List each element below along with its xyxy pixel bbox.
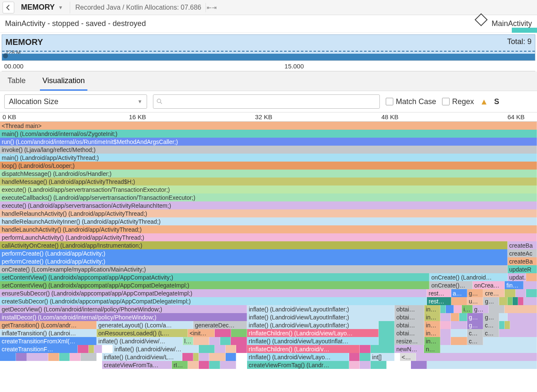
flame-cell[interactable]: updateR: [508, 265, 537, 273]
flame-cell[interactable]: [360, 353, 371, 361]
tab-visualization[interactable]: Visualization: [40, 73, 87, 91]
flame-cell[interactable]: g…: [483, 297, 499, 305]
flame-cell[interactable]: <init…: [188, 329, 215, 337]
flame-cell[interactable]: a…: [451, 289, 467, 297]
flame-cell[interactable]: [193, 337, 209, 345]
flame-cell[interactable]: [379, 321, 395, 329]
flame-cell[interactable]: generateLayout() (Lcom/a…: [97, 321, 193, 329]
flame-cell[interactable]: [379, 337, 395, 345]
flame-cell[interactable]: [215, 329, 231, 337]
flame-cell[interactable]: l…: [183, 337, 194, 345]
flame-cell[interactable]: [379, 329, 395, 337]
flame-cell[interactable]: onCreate() (Landroid…: [429, 273, 507, 281]
flame-cell[interactable]: [209, 361, 220, 369]
flame-cell[interactable]: installDecor() (Lcom/android/internal/po…: [0, 313, 247, 321]
flame-cell[interactable]: createViewFromTag() (Landr…: [247, 361, 349, 369]
flame-cell[interactable]: [451, 337, 467, 345]
flame-cell[interactable]: [48, 353, 59, 361]
flame-cell[interactable]: main() (Lcom/android/internal/os/ZygoteI…: [0, 130, 537, 138]
flame-cell[interactable]: [451, 297, 467, 305]
flame-cell[interactable]: [440, 305, 446, 313]
flame-cell[interactable]: [427, 361, 537, 369]
flame-cell[interactable]: [360, 361, 371, 369]
flame-cell[interactable]: [215, 345, 226, 353]
flame-cell[interactable]: execute() (Landroid/app/servertransactio…: [0, 201, 537, 209]
flame-cell[interactable]: [526, 289, 537, 297]
flame-cell[interactable]: [199, 361, 210, 369]
tab-table[interactable]: Table: [5, 73, 28, 91]
flame-cell[interactable]: [416, 353, 537, 361]
flame-cell[interactable]: obtai…: [395, 305, 424, 313]
regex-checkbox[interactable]: Regex: [442, 97, 474, 106]
flame-cell[interactable]: [226, 345, 237, 353]
flame-cell[interactable]: [499, 321, 505, 329]
zoom-fit-button[interactable]: ⇤⇥: [205, 3, 215, 12]
flame-cell[interactable]: [360, 345, 371, 353]
flame-cell[interactable]: [483, 337, 537, 345]
flame-cell[interactable]: createTransitionF…: [0, 345, 78, 353]
flame-cell[interactable]: [27, 353, 48, 361]
flame-cell[interactable]: g…: [467, 289, 483, 297]
flame-cell[interactable]: in…: [424, 313, 440, 321]
flame-cell[interactable]: cre…: [483, 289, 505, 297]
flame-cell[interactable]: [440, 313, 451, 321]
flame-cell[interactable]: inflate() (Landroid/view/L…: [102, 353, 183, 361]
flame-cell[interactable]: [226, 353, 237, 361]
flame-cell[interactable]: fin…: [505, 281, 524, 289]
flame-cell[interactable]: obtai…: [395, 321, 424, 329]
flame-cell[interactable]: resize…: [395, 337, 424, 345]
flame-cell[interactable]: [349, 353, 360, 361]
memory-chart[interactable]: MEMORY Total: 9 128 M: [2, 34, 535, 60]
flame-cell[interactable]: run() (Lcom/android/internal/os/RuntimeI…: [0, 138, 537, 146]
flame-cell[interactable]: g…: [473, 305, 489, 313]
flame-cell[interactable]: loop() (Landroid/os/Looper;): [0, 162, 537, 170]
flame-cell[interactable]: in…: [424, 329, 440, 337]
flame-cell[interactable]: <Thread main>: [0, 122, 537, 130]
flame-cell[interactable]: inflate() (Landroid/view/LayoutInflater;…: [247, 305, 395, 313]
flame-cell[interactable]: [489, 305, 505, 313]
flame-cell[interactable]: [508, 297, 513, 305]
match-case-checkbox[interactable]: Match Case: [386, 97, 436, 106]
flame-cell[interactable]: rInflateChildren() (Landroid/v…: [247, 345, 360, 353]
flame-cell[interactable]: [81, 353, 97, 361]
flame-cell[interactable]: [513, 297, 518, 305]
flame-cell[interactable]: [505, 289, 516, 297]
back-button[interactable]: [3, 2, 14, 13]
flame-cell[interactable]: getTransition() (Lcom/andr…: [0, 321, 97, 329]
flame-cell[interactable]: rInflate() (Landroid/view/Layo…: [247, 353, 349, 361]
flame-cell[interactable]: in…: [424, 337, 440, 345]
flame-cell[interactable]: rI…: [172, 361, 188, 369]
flame-cell[interactable]: obtai…: [395, 329, 424, 337]
flame-cell[interactable]: dispatchMessage() (Landroid/os/Handler;): [0, 170, 537, 178]
flame-cell[interactable]: [220, 361, 236, 369]
flame-cell[interactable]: [236, 345, 247, 353]
flame-cell[interactable]: invoke() (Ljava/lang/reflect/Method;): [0, 146, 537, 154]
flame-cell[interactable]: [499, 313, 507, 321]
flame-cell[interactable]: [516, 289, 526, 297]
flame-cell[interactable]: createAc: [508, 249, 537, 257]
flame-cell[interactable]: [199, 353, 210, 361]
flame-cell[interactable]: handleLaunchActivity() (Landroid/app/Act…: [0, 225, 537, 233]
flame-cell[interactable]: onCrea…: [473, 281, 505, 289]
flame-cell[interactable]: setContentView() (Landroidx/appcompat/ap…: [0, 273, 429, 281]
flame-cell[interactable]: n…: [424, 345, 440, 353]
flame-cell[interactable]: createTransitionFromXml(…: [0, 337, 97, 345]
flame-cell[interactable]: [89, 345, 94, 353]
flame-cell[interactable]: main() (Landroid/app/ActivityThread;): [0, 154, 537, 162]
flame-cell[interactable]: in…: [424, 305, 440, 313]
flame-cell[interactable]: [220, 337, 231, 345]
flame-cell[interactable]: [451, 329, 467, 337]
flame-cell[interactable]: createBa: [508, 257, 537, 265]
flame-cell[interactable]: rInflate() (Landroid/view/LayoutInflat…: [247, 337, 379, 345]
flame-cell[interactable]: [508, 313, 537, 321]
flame-cell[interactable]: [371, 345, 395, 353]
flame-cell[interactable]: c…: [483, 329, 499, 337]
flame-cell[interactable]: ensureSubDecor() (Landroidx/appcompat/ap…: [0, 289, 427, 297]
flame-cell[interactable]: c…: [467, 337, 483, 345]
flame-cell[interactable]: handleMessage() (Landroid/app/ActivityTh…: [0, 178, 537, 186]
time-ruler[interactable]: 00.000 15.000: [2, 60, 535, 71]
flame-cell[interactable]: [524, 297, 537, 305]
flame-cell[interactable]: inflate() (Landroid/view/…: [113, 345, 198, 353]
flame-cell[interactable]: [440, 337, 451, 345]
flame-cell[interactable]: callActivityOnCreate() (Landroid/app/Ins…: [0, 241, 508, 249]
